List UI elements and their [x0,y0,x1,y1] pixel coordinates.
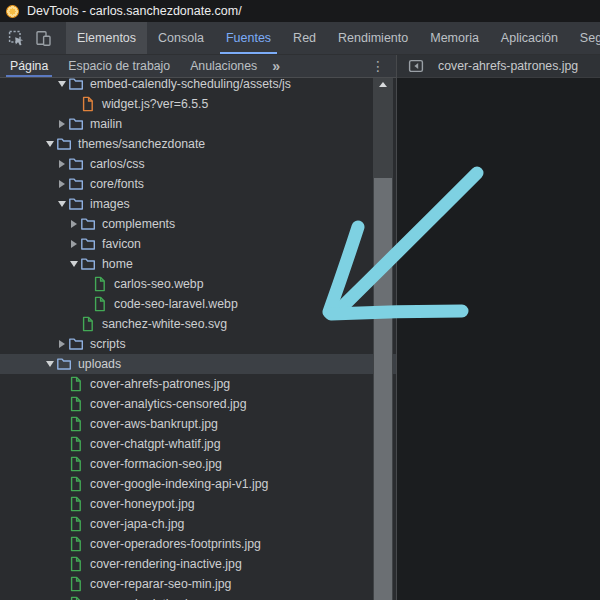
tree-item-label: cover-rendering-inactive.jpg [90,557,242,571]
expand-arrow-icon[interactable] [56,120,68,128]
folder-icon [68,336,84,352]
tree-file[interactable]: cover-reparar-seo-min.jpg [0,574,396,594]
navigator-tabbar: PáginaEspacio de trabajoAnulaciones » ⋮ [0,55,397,78]
kebab-menu-icon[interactable]: ⋮ [371,59,385,73]
folder-icon [80,236,96,252]
expand-arrow-icon[interactable] [68,240,80,248]
folder-icon [80,216,96,232]
tree-file[interactable]: widget.js?ver=6.5.5 [0,94,396,114]
tree-item-label: themes/sanchezdonate [78,137,205,151]
tree-file[interactable]: cover-url-relative.jpg [0,594,396,600]
tab-memoria[interactable]: Memoria [419,22,490,54]
tree-file[interactable]: cover-analytics-censored.jpg [0,394,396,414]
expand-arrow-icon[interactable] [56,160,68,168]
tree-item-label: images [90,197,130,211]
tab-elementos[interactable]: Elementos [66,22,147,54]
tree-item-label: cover-operadores-footprints.jpg [90,537,261,551]
tree-folder[interactable]: favicon [0,234,396,254]
tree-file[interactable]: cover-ahrefs-patrones.jpg [0,374,396,394]
tree-folder[interactable]: mailin [0,114,396,134]
tree-item-label: favicon [102,237,141,251]
tree-file[interactable]: cover-operadores-footprints.jpg [0,534,396,554]
tree-file[interactable]: code-seo-laravel.webp [0,294,396,314]
scroll-up-arrow-icon[interactable] [373,78,393,91]
tree-folder[interactable]: images [0,194,396,214]
folder-icon [56,136,72,152]
expand-arrow-icon[interactable] [68,220,80,228]
image-file-icon [68,516,84,532]
collapse-arrow-icon[interactable] [56,81,68,87]
tree-item-label: uploads [78,357,121,371]
secondary-bar: PáginaEspacio de trabajoAnulaciones » ⋮ … [0,55,600,78]
scrollbar-thumb[interactable] [374,178,392,600]
tab-rendimiento[interactable]: Rendimiento [327,22,419,54]
tab-segu[interactable]: Segu [569,22,600,54]
tree-file[interactable]: cover-chatgpt-whatif.jpg [0,434,396,454]
device-toolbar-icon[interactable] [30,25,57,51]
tree-file[interactable]: sanchez-white-seo.svg [0,314,396,334]
tree-file[interactable]: cover-rendering-inactive.jpg [0,554,396,574]
tree-item-label: cover-honeypot.jpg [90,497,195,511]
expand-arrow-icon[interactable] [56,340,68,348]
tree-folder[interactable]: embed-calendly-scheduling/assets/js [0,78,396,94]
folder-icon [68,116,84,132]
tab-red[interactable]: Red [282,22,327,54]
collapse-arrow-icon[interactable] [56,201,68,207]
nav-tab-p-gina[interactable]: Página [0,55,58,77]
main-toolbar: ElementosConsolaFuentesRedRendimientoMem… [0,22,600,55]
tree-item-label: carlos/css [90,157,145,171]
nav-tab-espacio-de-trabajo[interactable]: Espacio de trabajo [58,55,180,77]
tree-item-label: cover-chatgpt-whatif.jpg [90,437,221,451]
tree-folder[interactable]: home [0,254,396,274]
folder-icon [56,356,72,372]
tree-item-label: cover-japa-ch.jpg [90,517,184,531]
tree-folder[interactable]: core/fonts [0,174,396,194]
tree-file[interactable]: carlos-seo.webp [0,274,396,294]
tree-file[interactable]: cover-japa-ch.jpg [0,514,396,534]
editor-pane[interactable] [397,78,600,600]
tree-file[interactable]: cover-aws-bankrupt.jpg [0,414,396,434]
image-file-icon [68,576,84,592]
file-tree: embed-calendly-scheduling/assets/jswidge… [0,78,396,600]
tree-item-label: code-seo-laravel.webp [114,297,238,311]
image-file-icon [68,556,84,572]
tree-item-label: mailin [90,117,122,131]
tree-item-label: embed-calendly-scheduling/assets/js [90,78,291,91]
script-file-icon [80,96,96,112]
tree-folder[interactable]: scripts [0,334,396,354]
image-file-icon [80,316,96,332]
tree-item-label: home [102,257,133,271]
content-area: embed-calendly-scheduling/assets/jswidge… [0,78,600,600]
image-file-icon [68,496,84,512]
tree-folder[interactable]: complements [0,214,396,234]
panel-tabs: ElementosConsolaFuentesRedRendimientoMem… [66,22,600,54]
file-navigator: embed-calendly-scheduling/assets/jswidge… [0,78,397,600]
navigator-scrollbar[interactable] [373,78,393,600]
tab-aplicaci-n[interactable]: Aplicación [490,22,569,54]
more-tabs-chevron-icon[interactable]: » [267,58,283,74]
tree-item-label: cover-analytics-censored.jpg [90,397,247,411]
nav-tab-anulaciones[interactable]: Anulaciones [180,55,267,77]
devtools-window: DevTools - carlos.sanchezdonate.com/ Ele… [0,0,600,600]
hide-navigator-icon[interactable] [408,58,424,74]
devtools-logo-icon [6,5,19,18]
tree-file[interactable]: cover-formacion-seo.jpg [0,454,396,474]
tree-folder[interactable]: carlos/css [0,154,396,174]
collapse-arrow-icon[interactable] [44,361,56,367]
tree-item-label: carlos-seo.webp [114,277,204,291]
image-file-icon [92,276,108,292]
collapse-arrow-icon[interactable] [68,261,80,267]
collapse-arrow-icon[interactable] [44,141,56,147]
tree-folder[interactable]: uploads [0,354,396,374]
tab-consola[interactable]: Consola [147,22,215,54]
image-file-icon [68,416,84,432]
inspect-icon[interactable] [3,25,30,51]
tree-file[interactable]: cover-honeypot.jpg [0,494,396,514]
folder-icon [68,156,84,172]
tree-file[interactable]: cover-google-indexing-api-v1.jpg [0,474,396,494]
tree-item-label: cover-ahrefs-patrones.jpg [90,377,230,391]
expand-arrow-icon[interactable] [56,180,68,188]
tree-folder[interactable]: themes/sanchezdonate [0,134,396,154]
editor-tab-label[interactable]: cover-ahrefs-patrones.jpg [438,59,578,73]
tab-fuentes[interactable]: Fuentes [215,22,282,54]
